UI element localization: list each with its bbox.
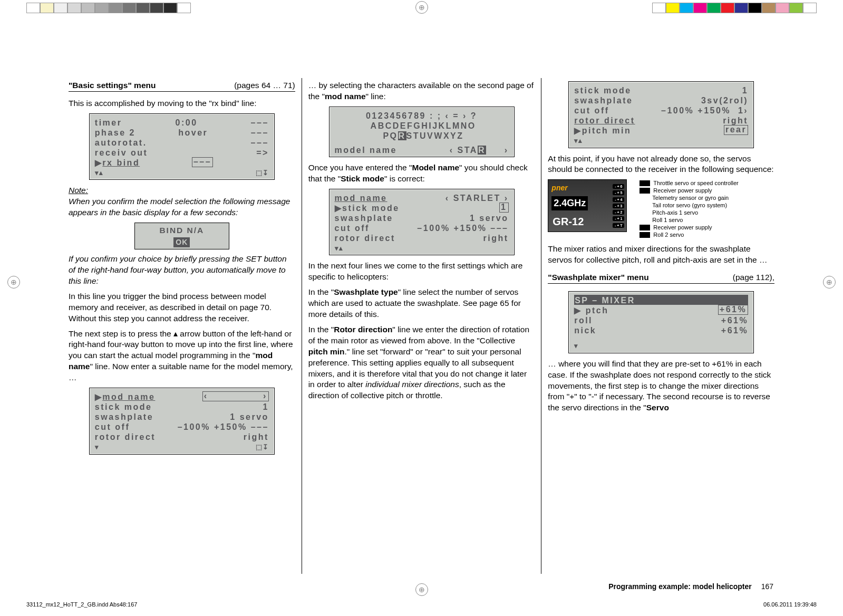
lcd-cell: –100% +150% 1› [661, 105, 748, 115]
rx-band: 2.4GHz [551, 196, 588, 210]
note-body: When you confirm the model selection the… [69, 197, 290, 217]
body-text: The mixer ratios and mixer directions fo… [548, 244, 774, 266]
lcd-cell: receiv out [95, 147, 148, 157]
content-columns: "Basic settings" menu (pages 64 … 71) Th… [62, 78, 781, 574]
lcd-cell: 1 servo [470, 213, 509, 223]
intro-text: This is accomplished by moving to the "r… [69, 98, 295, 109]
registration-mark-icon [415, 1, 428, 14]
lcd-cell: 1 [263, 401, 268, 411]
ok-indicator: OK [173, 237, 190, 247]
lcd-mod-name-empty: ▶mod name‹› stick mode1 swashplate1 serv… [89, 388, 275, 455]
body-text: At this point, if you have not already d… [548, 153, 774, 176]
lcd-cell: mod name [335, 192, 387, 203]
colorbar-right [652, 3, 817, 12]
down-arrow-icon: ▾ [574, 341, 578, 351]
note: Note: When you confirm the model selecti… [69, 185, 295, 218]
lcd-cell: ABCDEFGHIJKLMNO [335, 120, 509, 130]
lcd-cell: cut off [335, 223, 370, 233]
lcd-cell: ‹ STARLET › [445, 192, 509, 203]
lcd-cell: timer [95, 117, 122, 127]
lcd-pitch-min: stick mode1 swashplate3sv(2rol) cut off–… [568, 81, 754, 148]
lcd-cell: ptch [586, 306, 609, 315]
lcd-cell: PQRSTUVWXYZ [335, 130, 509, 140]
lcd-cell: 1 [742, 85, 748, 95]
lcd-cell: rotor direct [574, 115, 635, 125]
lcd-selected: rear [724, 125, 748, 135]
down-up-arrow-icon: ▾▴ [574, 136, 583, 146]
lcd-cell: model name [335, 145, 397, 155]
body-text: In the next four lines we come to the fi… [308, 261, 535, 283]
lcd-selected: ‹› [202, 391, 269, 401]
colorbar-left [26, 3, 191, 12]
lcd-cell: ––– [251, 127, 269, 137]
body-text: … by selecting the characters available … [308, 80, 535, 102]
rx-pins: - + 6- + 5- + 4- + 3- + 2- + 1- + T [613, 183, 624, 228]
lcd-cell: swashplate [335, 213, 393, 223]
lcd-cell: ––– [251, 117, 269, 127]
down-up-arrow-icon: ▾▴ [335, 244, 343, 253]
lcd-cell: stick mode [342, 204, 400, 213]
lcd-cell: hover [178, 127, 208, 137]
enter-icon: ⬚↧ [256, 168, 269, 178]
lcd-cell: –100% +150% ––– [178, 421, 269, 431]
body-text: In the "Rotor direction" line we enter t… [308, 324, 535, 401]
lcd-cell: +61% [721, 315, 748, 325]
lcd-cell: right [723, 115, 748, 125]
lcd-cell: pitch min [582, 126, 632, 135]
down-arrow-icon: ▾ [95, 442, 99, 452]
lcd-cell: rotor direct [335, 233, 395, 243]
lcd-cell: cut off [95, 421, 130, 431]
lcd-cell: BIND N/A [142, 225, 221, 236]
imprint-filename: 33112_mx12_HoTT_2_GB.indd Abs48:167 [26, 601, 137, 608]
lcd-bind-na: BIND N/A OK [134, 223, 229, 249]
rx-model: GR-12 [553, 215, 584, 228]
lcd-cell: right [244, 431, 269, 441]
menu-name: "Swashplate mixer" menu [548, 273, 648, 282]
lcd-selected: 1 [499, 203, 508, 213]
registration-mark-icon [823, 276, 836, 288]
lcd-cell: => [256, 147, 269, 157]
lcd-cell: 0:00 [176, 117, 198, 127]
lcd-cell: nick [574, 325, 596, 335]
registration-mark-icon [415, 583, 428, 596]
enter-icon: ⬚↧ [256, 442, 269, 452]
body-text: In the "Swashplate type" line select the… [308, 287, 535, 320]
lcd-cell: 0123456789 : ; ‹ = › ? [335, 110, 509, 120]
lcd-selected: ––– [192, 157, 213, 167]
menu-heading: "Swashplate mixer" menu (page 112), [548, 272, 774, 284]
lcd-cell: roll [574, 315, 593, 325]
footer-title-text: Programming example: model helicopter [608, 582, 752, 591]
lcd-cell: swashplate [574, 95, 633, 105]
lcd-cell: +61% [721, 325, 748, 335]
body-text: Once you have entered the "Model name" y… [308, 162, 535, 185]
lcd-cell: stick mode [95, 401, 152, 411]
lcd-basic-settings-rxbind: timer0:00––– phase 2hover––– autorotat.–… [89, 113, 275, 180]
receiver-image: pner 2.4GHz GR-12 - + 6- + 5- + 4- + 3- … [548, 179, 627, 232]
note-label: Note: [69, 186, 88, 195]
lcd-sp-mixer: SP – MIXER ▶ ptch+61% roll+61% nick+61% … [568, 291, 754, 353]
lcd-selected: +61% [718, 305, 748, 315]
page-number: 167 [761, 582, 773, 591]
column-1: "Basic settings" menu (pages 64 … 71) Th… [62, 78, 302, 574]
lcd-cell: right [483, 233, 508, 243]
page-root: "Basic settings" menu (pages 64 … 71) Th… [0, 0, 843, 616]
lcd-cell: cut off [574, 105, 609, 115]
lcd-cell: ‹ STAR › [450, 145, 509, 155]
lcd-cell: ––– [251, 137, 269, 147]
body-text: In this line you trigger the bind proces… [69, 291, 295, 324]
lcd-cell: rx bind [102, 158, 140, 167]
pages-ref: (pages 64 … 71) [234, 80, 295, 91]
lcd-cell: mod name [102, 392, 155, 401]
menu-name: "Basic settings" menu [69, 81, 156, 90]
lcd-char-select: 0123456789 : ; ‹ = › ? ABCDEFGHIJKLMNO P… [329, 107, 515, 157]
body-text: The next step is to press the ▴ arrow bu… [69, 329, 295, 384]
imprint-datetime: 06.06.2011 19:39:48 [763, 601, 817, 608]
lcd-cell: stick mode [574, 85, 632, 95]
pages-ref: (page 112), [733, 272, 774, 283]
lcd-cell: –100% +150% ––– [417, 223, 508, 233]
body-text: If you confirm your choice by briefly pr… [69, 254, 295, 287]
down-up-arrow-icon: ▾▴ [95, 168, 103, 178]
lcd-cell: autorotat. [95, 137, 147, 147]
registration-mark-icon [7, 276, 20, 288]
column-2: … by selecting the characters available … [302, 78, 542, 574]
